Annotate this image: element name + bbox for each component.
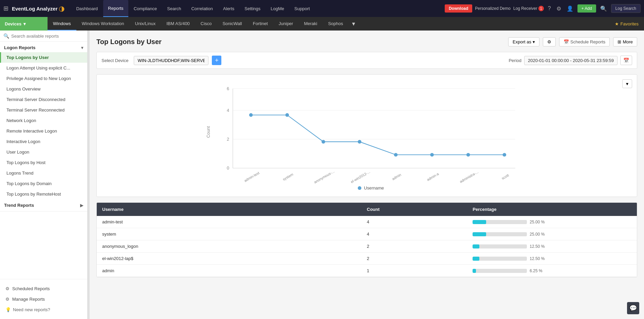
nav-logme[interactable]: LogMe bbox=[266, 0, 289, 17]
svg-text:anonymous-...: anonymous-... bbox=[313, 169, 335, 184]
settings-icon-button[interactable]: ⚙ bbox=[543, 37, 556, 46]
sidebar-item-user-logon[interactable]: User Logon bbox=[0, 147, 87, 157]
logo-arc-icon: ◑ bbox=[59, 4, 65, 13]
device-tabs: Windows Windows Workstation Unix/Linux I… bbox=[48, 17, 358, 31]
table-row[interactable]: admin 1 6.25 % bbox=[97, 265, 637, 277]
tab-windows[interactable]: Windows bbox=[48, 17, 76, 31]
tab-sophos[interactable]: Sophos bbox=[323, 17, 348, 31]
export-button[interactable]: Export as ▾ bbox=[508, 37, 539, 46]
progress-bar-fill bbox=[473, 244, 479, 248]
cell-count: 4 bbox=[367, 219, 473, 224]
svg-text:admin-a: admin-a bbox=[426, 172, 439, 182]
sidebar-item-top-logons-user[interactable]: Top Logons by User bbox=[0, 52, 87, 63]
sidebar-item-terminal-server-disconnected[interactable]: Terminal Server Disconnected bbox=[0, 94, 87, 105]
chat-icon-button[interactable]: 💬 bbox=[627, 302, 639, 314]
sidebar-item-top-logons-remotehost[interactable]: Top Logons by RemoteHost bbox=[0, 189, 87, 199]
legend-text: Username bbox=[364, 185, 384, 190]
sidebar-item-terminal-server-reconnected[interactable]: Terminal Server Reconnected bbox=[0, 105, 87, 115]
nav-compliance[interactable]: Compliance bbox=[129, 0, 162, 17]
progress-container: 12.50 % bbox=[473, 256, 631, 261]
logon-reports-chevron: ▾ bbox=[81, 45, 83, 50]
col-count: Count bbox=[367, 207, 473, 212]
svg-text:Count: Count bbox=[206, 126, 211, 138]
sidebar-item-logons-overview[interactable]: Logons Overview bbox=[0, 84, 87, 94]
progress-bar-fill bbox=[473, 269, 476, 273]
nav-alerts[interactable]: Alerts bbox=[218, 0, 239, 17]
user-icon[interactable]: 👤 bbox=[565, 4, 575, 13]
header-actions: Export as ▾ ⚙ 📅 Schedule Reports ⊞ More bbox=[508, 37, 637, 46]
progress-bar-bg bbox=[473, 220, 527, 224]
need-reports-link[interactable]: 💡 Need new reports? bbox=[4, 304, 83, 315]
chart-svg: 0 2 4 6 Count bbox=[104, 81, 630, 190]
tabs-more-button[interactable]: ▾ bbox=[349, 20, 358, 27]
svg-text:admin: admin bbox=[391, 173, 402, 181]
tab-meraki[interactable]: Meraki bbox=[298, 17, 323, 31]
tab-cisco[interactable]: Cisco bbox=[195, 17, 217, 31]
calendar-picker-button[interactable]: 📅 bbox=[620, 56, 632, 65]
more-button[interactable]: ⊞ More bbox=[613, 37, 637, 46]
logon-reports-label: Logon Reports bbox=[4, 45, 35, 50]
personalized-demo-link[interactable]: Personalized Demo bbox=[475, 6, 511, 11]
svg-text:el-win2012-...: el-win2012-... bbox=[350, 170, 371, 184]
nav-right-actions: Download Personalized Demo Log Receiver … bbox=[445, 4, 641, 13]
table-row[interactable]: anonymous_logon 2 12.50 % bbox=[97, 240, 637, 253]
tab-windows-workstation[interactable]: Windows Workstation bbox=[76, 17, 130, 31]
sidebar-item-remote-interactive-logon[interactable]: Remote Interactive Logon bbox=[0, 126, 87, 136]
settings-icon[interactable]: ⚙ bbox=[555, 4, 563, 13]
favorites-button[interactable]: ★ Favorites bbox=[609, 21, 644, 26]
trend-reports-header[interactable]: Trend Reports ▶ bbox=[0, 199, 87, 210]
progress-bar-fill bbox=[473, 232, 486, 236]
grid-icon[interactable]: ⊞ bbox=[3, 5, 8, 12]
help-icon[interactable]: ? bbox=[547, 4, 552, 13]
filter-bar: Select Device + Period 2020-01-01 00:00:… bbox=[96, 52, 637, 69]
tab-unix-linux[interactable]: Unix/Linux bbox=[130, 17, 161, 31]
cell-count: 2 bbox=[367, 256, 473, 261]
table-row[interactable]: el-win2012-lap$ 2 12.50 % bbox=[97, 253, 637, 265]
tab-ibm-as400[interactable]: IBM AS/400 bbox=[161, 17, 195, 31]
schedule-reports-button[interactable]: 📅 Schedule Reports bbox=[559, 37, 610, 46]
manage-reports-label: Manage Reports bbox=[12, 297, 45, 302]
calendar-icon: 📅 bbox=[564, 39, 569, 44]
add-device-button[interactable]: + bbox=[212, 56, 221, 65]
table-row[interactable]: system 4 25.00 % bbox=[97, 228, 637, 240]
cell-count: 4 bbox=[367, 232, 473, 237]
sidebar-item-network-logon[interactable]: Network Logon bbox=[0, 115, 87, 126]
svg-text:system: system bbox=[282, 172, 294, 181]
chart-container: 0 2 4 6 Count bbox=[104, 81, 630, 190]
sidebar-divider bbox=[0, 211, 87, 212]
tab-juniper[interactable]: Juniper bbox=[273, 17, 299, 31]
chart-point-1 bbox=[249, 113, 253, 117]
nav-search[interactable]: Search bbox=[162, 0, 186, 17]
devices-button[interactable]: Devices ▾ bbox=[0, 17, 48, 31]
nav-reports[interactable]: Reports bbox=[103, 0, 128, 17]
percentage-text: 12.50 % bbox=[530, 256, 548, 261]
log-search-button[interactable]: Log Search bbox=[611, 4, 641, 13]
device-select-input[interactable] bbox=[134, 56, 208, 65]
nav-settings[interactable]: Settings bbox=[240, 0, 265, 17]
trend-reports-label: Trend Reports bbox=[4, 203, 34, 208]
table-row[interactable]: admin-test 4 25.00 % bbox=[97, 216, 637, 228]
sidebar-item-logon-attempt[interactable]: Logon Attempt Using explicit C... bbox=[0, 63, 87, 73]
search-icon[interactable]: 🔍 bbox=[599, 4, 608, 13]
tab-fortinet[interactable]: Fortinet bbox=[247, 17, 273, 31]
tab-sonicwall[interactable]: SonicWall bbox=[217, 17, 247, 31]
top-navigation: ⊞ EventLog Analyzer ◑ Dashboard Reports … bbox=[0, 0, 644, 17]
nav-correlation[interactable]: Correlation bbox=[186, 0, 218, 17]
sidebar-item-interactive-logon[interactable]: Interactive Logon bbox=[0, 136, 87, 147]
sidebar-search-input[interactable] bbox=[11, 34, 84, 39]
sidebar-item-top-logons-domain[interactable]: Top Logons by Domain bbox=[0, 178, 87, 189]
percentage-text: 25.00 % bbox=[530, 232, 548, 237]
chart-point-7 bbox=[466, 153, 470, 157]
log-receiver-link[interactable]: Log Receiver 1 bbox=[513, 6, 544, 11]
manage-reports-item[interactable]: ⚙ Manage Reports bbox=[4, 294, 83, 304]
logon-reports-header[interactable]: Logon Reports ▾ bbox=[0, 42, 87, 52]
sidebar-item-privilege-assigned[interactable]: Privilege Assigned to New Logon bbox=[0, 73, 87, 84]
scheduled-reports-item[interactable]: ⚙ Scheduled Reports bbox=[4, 283, 83, 294]
sidebar-item-logons-trend[interactable]: Logons Trend bbox=[0, 168, 87, 178]
nav-dashboard[interactable]: Dashboard bbox=[71, 0, 103, 17]
download-button[interactable]: Download bbox=[445, 4, 472, 13]
sidebar-item-top-logons-host[interactable]: Top Logons by Host bbox=[0, 157, 87, 168]
nav-support[interactable]: Support bbox=[290, 0, 315, 17]
add-button[interactable]: + Add bbox=[577, 4, 596, 13]
chart-type-dropdown[interactable]: ▾ bbox=[622, 79, 632, 88]
